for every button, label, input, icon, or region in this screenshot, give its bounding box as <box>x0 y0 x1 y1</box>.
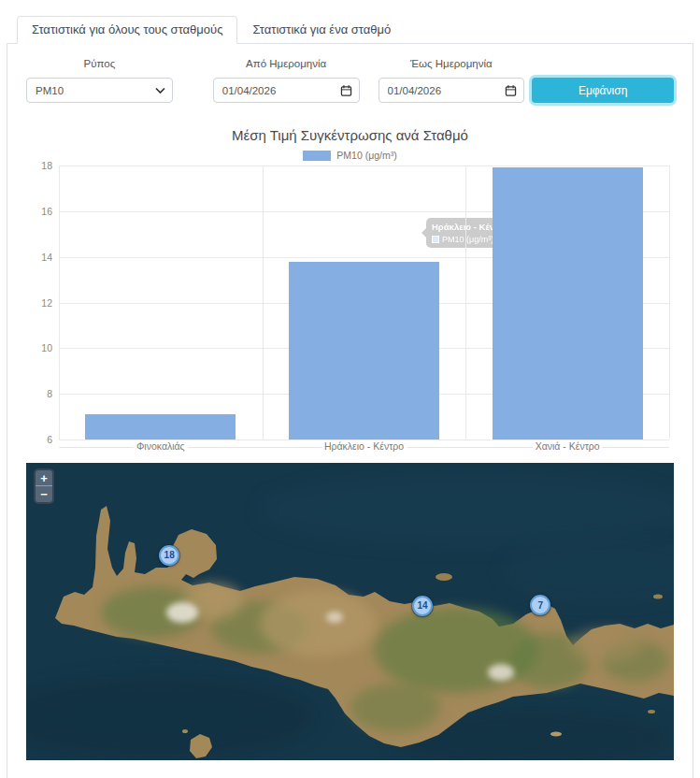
tab-bar: Στατιστικά για όλους τους σταθμούς Στατι… <box>0 0 700 44</box>
map-zoom-control: + − <box>34 468 54 504</box>
filters-form: Ρύπος PM10 Από Ημερομηνία <box>26 58 674 103</box>
legend-swatch-icon <box>303 151 331 161</box>
chart-legend[interactable]: PM10 (μg/m³) <box>26 150 674 161</box>
from-date-label: Από Ημερομηνία <box>213 58 360 69</box>
bar-chart: Μέση Τιμή Συγκέντρωσης ανά Σταθμό PM10 (… <box>26 127 674 454</box>
from-date-input[interactable] <box>213 78 360 103</box>
tab-all-stations[interactable]: Στατιστικά για όλους τους σταθμούς <box>17 16 237 44</box>
to-date-label: Έως Ημερομηνία <box>379 58 525 69</box>
y-axis-tick: 18 <box>26 160 52 171</box>
y-axis-tick: 8 <box>26 388 52 399</box>
gridline <box>465 166 466 439</box>
zoom-in-button[interactable]: + <box>36 470 52 486</box>
map-marker[interactable]: 18 <box>159 545 179 566</box>
chart-x-axis: ΦινοκαλιάςΗράκλειο - ΚέντροΧανιά - Κέντρ… <box>26 439 674 454</box>
satellite-map[interactable]: + − 18147 <box>26 463 674 760</box>
pollutant-label: Ρύπος <box>26 58 173 69</box>
page: Στατιστικά για όλους τους σταθμούς Στατι… <box>0 0 700 778</box>
map-marker[interactable]: 14 <box>412 596 433 616</box>
gridline <box>59 166 669 166</box>
x-axis-label: Ηράκλειο - Κέντρο <box>321 440 407 452</box>
chart-bar[interactable] <box>289 262 439 439</box>
map-marker[interactable]: 7 <box>530 595 550 615</box>
legend-label: PM10 (μg/m³) <box>336 150 396 161</box>
to-date-input[interactable] <box>379 78 525 103</box>
x-axis-label: Φινοκαλιάς <box>134 440 188 452</box>
gridline <box>59 166 60 439</box>
x-axis-label: Χανιά - Κέντρο <box>533 440 603 452</box>
chart-bar[interactable] <box>85 414 236 439</box>
tooltip-swatch-icon <box>432 236 439 243</box>
show-button[interactable]: Εμφάνιση <box>532 78 674 103</box>
y-axis-tick: 14 <box>26 252 52 263</box>
chart-plot-area: Ηράκλειο - Κέντρο PM10 (μg/m³): 13.8 681… <box>26 166 674 439</box>
gridline <box>669 166 670 439</box>
y-axis-tick: 12 <box>26 297 52 309</box>
crete-map-image <box>26 463 674 760</box>
tab-single-station[interactable]: Στατιστικά για ένα σταθμό <box>237 16 406 44</box>
y-axis-tick: 16 <box>26 206 52 217</box>
gridline <box>263 166 264 439</box>
pollutant-select[interactable]: PM10 <box>26 78 173 103</box>
chart-title: Μέση Τιμή Συγκέντρωσης ανά Σταθμό <box>26 127 674 143</box>
zoom-out-button[interactable]: − <box>36 486 52 502</box>
y-axis-tick: 10 <box>26 342 52 353</box>
tab-content: Ρύπος PM10 Από Ημερομηνία <box>7 43 693 778</box>
chart-bar[interactable] <box>493 167 643 439</box>
